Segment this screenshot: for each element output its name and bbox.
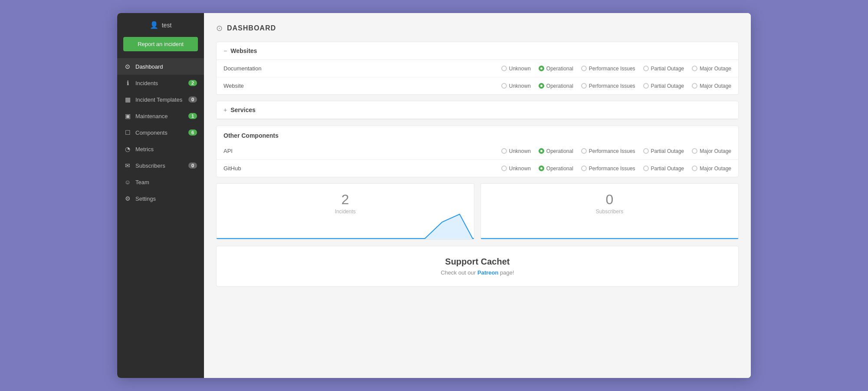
component-name: Documentation	[224, 65, 501, 72]
status-unknown[interactable]: Unknown	[501, 83, 531, 89]
status-radio-major	[692, 83, 697, 89]
user-icon: 👤	[150, 21, 158, 29]
status-options: Unknown Operational Performance Issues P…	[501, 66, 731, 72]
status-radio-partial	[643, 83, 649, 89]
status-label: Operational	[546, 66, 573, 72]
incidents-icon: ℹ	[124, 80, 131, 86]
status-major-outage[interactable]: Major Outage	[692, 148, 731, 154]
sidebar-item-settings[interactable]: ⚙ Settings	[117, 190, 204, 207]
subscribers-badge: 0	[188, 162, 197, 169]
status-label: Operational	[546, 148, 573, 154]
sidebar-item-label: Subscribers	[135, 162, 184, 169]
status-major-outage[interactable]: Major Outage	[692, 83, 731, 89]
status-partial-outage[interactable]: Partial Outage	[643, 166, 684, 172]
status-label: Performance Issues	[589, 166, 635, 172]
patreon-link[interactable]: Patreon	[477, 269, 498, 276]
subscribers-count: 0	[490, 192, 730, 208]
status-radio-operational	[539, 83, 544, 89]
status-unknown[interactable]: Unknown	[501, 66, 531, 72]
component-name: GitHub	[224, 165, 501, 172]
incidents-count: 2	[225, 192, 465, 208]
sidebar-item-components[interactable]: ☐ Components 6	[117, 124, 204, 141]
component-row: Documentation Unknown Operational Perfor…	[217, 60, 738, 77]
status-partial-outage[interactable]: Partial Outage	[643, 83, 684, 89]
svg-marker-1	[481, 239, 739, 239]
status-performance-issues[interactable]: Performance Issues	[581, 148, 635, 154]
status-radio-partial	[643, 148, 649, 154]
status-unknown[interactable]: Unknown	[501, 166, 531, 172]
templates-icon: ▦	[124, 96, 131, 103]
status-unknown[interactable]: Unknown	[501, 148, 531, 154]
status-performance-issues[interactable]: Performance Issues	[581, 166, 635, 172]
websites-section: − Websites Documentation Unknown Operati…	[216, 42, 739, 95]
sidebar-item-metrics[interactable]: ◔ Metrics	[117, 141, 204, 157]
report-incident-button[interactable]: Report an incident	[123, 37, 198, 51]
status-radio-major	[692, 166, 697, 171]
subscribers-stat-card: 0 Subscribers	[480, 183, 739, 240]
dashboard-header-icon: ⊙	[216, 23, 223, 33]
sidebar-item-incidents[interactable]: ℹ Incidents 2	[117, 75, 204, 91]
support-description: Check out our Patreon page!	[225, 269, 730, 276]
page-header: ⊙ DASHBOARD	[216, 23, 739, 33]
status-operational[interactable]: Operational	[539, 148, 573, 154]
component-name: API	[224, 148, 501, 154]
component-row: GitHub Unknown Operational Performance I…	[217, 160, 738, 177]
status-radio-operational	[539, 66, 544, 71]
status-label: Major Outage	[700, 83, 731, 89]
status-major-outage[interactable]: Major Outage	[692, 166, 731, 172]
support-desc-after: page!	[498, 269, 514, 276]
templates-badge: 0	[188, 96, 197, 103]
sidebar-item-maintenance[interactable]: ▣ Maintenance 1	[117, 108, 204, 124]
incidents-chart	[217, 213, 474, 239]
status-label: Performance Issues	[589, 66, 635, 72]
status-options: Unknown Operational Performance Issues P…	[501, 83, 731, 89]
status-radio-operational	[539, 166, 544, 171]
status-label: Performance Issues	[589, 83, 635, 89]
status-operational[interactable]: Operational	[539, 66, 573, 72]
status-label: Partial Outage	[651, 166, 684, 172]
incidents-stat-card: 2 Incidents	[216, 183, 474, 240]
component-name: Website	[224, 83, 501, 89]
status-operational[interactable]: Operational	[539, 83, 573, 89]
dashboard-icon: ⊙	[124, 63, 131, 70]
components-icon: ☐	[124, 129, 131, 136]
component-row: Website Unknown Operational Performance …	[217, 77, 738, 94]
sidebar-item-incident-templates[interactable]: ▦ Incident Templates 0	[117, 91, 204, 108]
status-operational[interactable]: Operational	[539, 166, 573, 172]
sidebar-item-label: Settings	[135, 196, 197, 202]
sidebar-item-subscribers[interactable]: ✉ Subscribers 0	[117, 157, 204, 174]
services-section-title: Services	[230, 106, 256, 113]
status-partial-outage[interactable]: Partial Outage	[643, 66, 684, 72]
expand-icon: +	[224, 106, 227, 113]
maintenance-badge: 1	[188, 113, 197, 119]
status-radio-performance	[581, 66, 587, 71]
sidebar-item-team[interactable]: ☺ Team	[117, 174, 204, 190]
status-radio-performance	[581, 166, 587, 171]
services-section-header[interactable]: + Services	[217, 101, 738, 119]
sidebar-item-label: Maintenance	[135, 113, 184, 119]
status-label: Major Outage	[700, 66, 731, 72]
settings-icon: ⚙	[124, 195, 131, 202]
status-radio-performance	[581, 148, 587, 154]
status-performance-issues[interactable]: Performance Issues	[581, 66, 635, 72]
status-radio-major	[692, 66, 697, 71]
sidebar: 👤 test Report an incident ⊙ Dashboard ℹ …	[117, 13, 204, 378]
status-partial-outage[interactable]: Partial Outage	[643, 148, 684, 154]
sidebar-nav: ⊙ Dashboard ℹ Incidents 2 ▦ Incident Tem…	[117, 58, 204, 378]
sidebar-item-dashboard[interactable]: ⊙ Dashboard	[117, 58, 204, 75]
status-performance-issues[interactable]: Performance Issues	[581, 83, 635, 89]
status-radio-performance	[581, 83, 587, 89]
status-major-outage[interactable]: Major Outage	[692, 66, 731, 72]
stats-row: 2 Incidents 0 Subscribers	[216, 183, 739, 240]
status-label: Partial Outage	[651, 66, 684, 72]
sidebar-item-label: Team	[135, 179, 197, 186]
websites-section-header[interactable]: − Websites	[217, 42, 738, 60]
sidebar-user: 👤 test	[117, 13, 204, 35]
status-options: Unknown Operational Performance Issues P…	[501, 148, 731, 154]
status-radio-major	[692, 148, 697, 154]
status-label: Operational	[546, 83, 573, 89]
status-radio-partial	[643, 166, 649, 171]
status-label: Unknown	[509, 148, 531, 154]
status-label: Major Outage	[700, 166, 731, 172]
components-badge: 6	[188, 129, 197, 136]
